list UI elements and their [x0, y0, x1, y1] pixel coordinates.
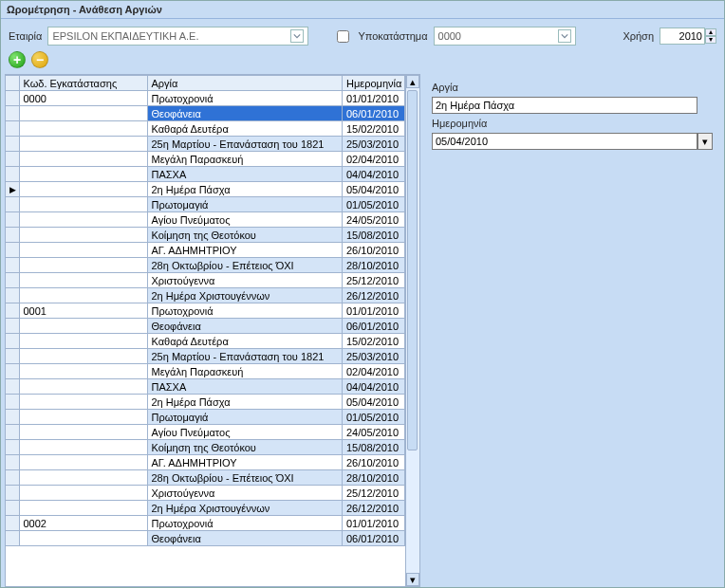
table-row[interactable]: 0002Πρωτοχρονιά01/01/2010	[6, 516, 405, 531]
add-button[interactable]: +	[9, 51, 26, 68]
row-marker	[6, 137, 19, 152]
cell-holiday: Καθαρά Δευτέρα	[147, 334, 343, 349]
table-row[interactable]: Πρωτομαγιά01/05/2010	[6, 197, 405, 212]
cell-code	[19, 228, 147, 243]
table-row[interactable]: Αγίου Πνεύματος24/05/2010	[6, 425, 405, 440]
cell-date: 15/02/2010	[343, 121, 405, 137]
cell-holiday: ΑΓ. ΑΔΗΜΗΤΡΙΟΥ	[147, 455, 343, 470]
cell-date: 01/01/2010	[343, 516, 405, 531]
table-row[interactable]: Πρωτομαγιά01/05/2010	[6, 410, 405, 425]
cell-code	[19, 197, 147, 212]
cell-code	[19, 379, 147, 395]
table-row[interactable]: 28η Οκτωβρίου - Επέτειος ΌΧΙ28/10/2010	[6, 470, 405, 486]
cell-code	[19, 152, 147, 167]
detail-date-picker[interactable]: ▾	[432, 133, 713, 150]
code-header[interactable]: Κωδ. Εγκατάστασης	[19, 76, 147, 91]
cell-holiday: Χριστούγεννα	[147, 273, 343, 288]
table-row[interactable]: Θεοφάνεια06/01/2010	[6, 531, 405, 546]
scroll-up-icon[interactable]: ▴	[406, 75, 419, 88]
table-row[interactable]: Καθαρά Δευτέρα15/02/2010	[6, 334, 405, 349]
scroll-thumb[interactable]	[407, 90, 418, 450]
table-row[interactable]: 2η Ημέρα Χριστουγέννων26/12/2010	[6, 288, 405, 303]
table-row[interactable]: 28η Οκτωβρίου - Επέτειος ΌΧΙ28/10/2010	[6, 258, 405, 273]
table-row[interactable]: Χριστούγεννα25/12/2010	[6, 486, 405, 501]
detail-holiday-input[interactable]	[432, 97, 697, 114]
remove-button[interactable]: −	[31, 51, 48, 68]
table-row[interactable]: ▶2η Ημέρα Πάσχα05/04/2010	[6, 182, 405, 197]
chevron-down-icon[interactable]: ▾	[705, 36, 716, 44]
filter-toolbar: Εταιρία EPSILON ΕΚΠΑΙΔΕΥΤΙΚΗ Α.Ε. Υποκατ…	[1, 19, 724, 49]
row-marker	[6, 288, 19, 303]
table-row[interactable]: Κοίμηση της Θεοτόκου15/08/2010	[6, 440, 405, 455]
cell-holiday: ΠΑΣΧΑ	[147, 379, 343, 395]
row-marker	[6, 440, 19, 455]
chevron-down-icon[interactable]	[290, 29, 304, 43]
table-row[interactable]: Θεοφάνεια06/01/2010	[6, 106, 405, 121]
table-row[interactable]: Αγίου Πνεύματος24/05/2010	[6, 212, 405, 228]
row-marker	[6, 121, 19, 137]
cell-date: 01/01/2010	[343, 91, 405, 106]
cell-holiday: 2η Ημέρα Πάσχα	[147, 182, 343, 197]
table-row[interactable]: ΑΓ. ΑΔΗΜΗΤΡΙΟΥ26/10/2010	[6, 455, 405, 470]
cell-date: 28/10/2010	[343, 258, 405, 273]
detail-date-input[interactable]	[432, 133, 697, 150]
table-row[interactable]: Θεοφάνεια06/01/2010	[6, 319, 405, 334]
company-combo[interactable]: EPSILON ΕΚΠΑΙΔΕΥΤΙΚΗ Α.Ε.	[47, 27, 308, 46]
row-marker	[6, 152, 19, 167]
cell-holiday: Πρωτομαγιά	[147, 197, 343, 212]
scroll-down-icon[interactable]: ▾	[406, 573, 419, 586]
year-spin-buttons[interactable]: ▴▾	[705, 28, 716, 44]
table-row[interactable]: Κοίμηση της Θεοτόκου15/08/2010	[6, 228, 405, 243]
table-row[interactable]: 0001Πρωτοχρονιά01/01/2010	[6, 303, 405, 319]
cell-code	[19, 395, 147, 410]
branch-checkbox[interactable]	[337, 30, 349, 43]
vertical-scrollbar[interactable]: ▴ ▾	[405, 75, 419, 586]
cell-date: 02/04/2010	[343, 364, 405, 379]
cell-code	[19, 455, 147, 470]
table-row[interactable]: Μεγάλη Παρασκευή02/04/2010	[6, 152, 405, 167]
row-marker	[6, 470, 19, 486]
cell-date: 01/05/2010	[343, 197, 405, 212]
branch-combo[interactable]: 0000	[434, 27, 576, 46]
year-input[interactable]	[660, 28, 705, 45]
year-spinner[interactable]: ▴▾	[660, 28, 716, 45]
table-row[interactable]: Μεγάλη Παρασκευή02/04/2010	[6, 364, 405, 379]
row-marker	[6, 167, 19, 182]
table-row[interactable]: 25η Μαρτίου - Επανάσταση του 182125/03/2…	[6, 349, 405, 364]
cell-holiday: 2η Ημέρα Χριστουγέννων	[147, 288, 343, 303]
main-area: Κωδ. Εγκατάστασης Αργία Ημερομηνία 0000Π…	[1, 74, 724, 587]
row-marker	[6, 319, 19, 334]
table-row[interactable]: Χριστούγεννα25/12/2010	[6, 273, 405, 288]
table-row[interactable]: 0000Πρωτοχρονιά01/01/2010	[6, 91, 405, 106]
table-row[interactable]: ΠΑΣΧΑ04/04/2010	[6, 167, 405, 182]
cell-holiday: Πρωτομαγιά	[147, 410, 343, 425]
cell-date: 24/05/2010	[343, 425, 405, 440]
table-row[interactable]: 25η Μαρτίου - Επανάσταση του 182125/03/2…	[6, 137, 405, 152]
holiday-header[interactable]: Αργία	[147, 76, 343, 91]
holidays-grid[interactable]: Κωδ. Εγκατάστασης Αργία Ημερομηνία 0000Π…	[5, 74, 420, 587]
detail-holiday-label: Αργία	[432, 82, 713, 93]
cell-code	[19, 486, 147, 501]
row-marker	[6, 425, 19, 440]
table-row[interactable]: Καθαρά Δευτέρα15/02/2010	[6, 121, 405, 137]
cell-date: 25/03/2010	[343, 349, 405, 364]
cell-code	[19, 425, 147, 440]
window-title: Ωρομέτρηση - Ανάθεση Αργιών	[1, 1, 724, 19]
table-row[interactable]: 2η Ημέρα Πάσχα05/04/2010	[6, 395, 405, 410]
year-label: Χρήση	[623, 30, 654, 42]
chevron-down-icon[interactable]	[558, 29, 571, 43]
date-header[interactable]: Ημερομηνία	[343, 76, 405, 91]
company-value: EPSILON ΕΚΠΑΙΔΕΥΤΙΚΗ Α.Ε.	[52, 30, 198, 42]
row-marker	[6, 91, 19, 106]
chevron-down-icon[interactable]: ▾	[697, 133, 713, 150]
table-row[interactable]: ΑΓ. ΑΔΗΜΗΤΡΙΟΥ26/10/2010	[6, 243, 405, 258]
cell-date: 26/10/2010	[343, 243, 405, 258]
table-row[interactable]: 2η Ημέρα Χριστουγέννων26/12/2010	[6, 501, 405, 516]
cell-holiday: 25η Μαρτίου - Επανάσταση του 1821	[147, 349, 343, 364]
table-row[interactable]: ΠΑΣΧΑ04/04/2010	[6, 379, 405, 395]
cell-date: 05/04/2010	[343, 182, 405, 197]
branch-label: Υποκατάστημα	[358, 30, 427, 42]
cell-holiday: Πρωτοχρονιά	[147, 516, 343, 531]
cell-holiday: Αγίου Πνεύματος	[147, 212, 343, 228]
row-marker	[6, 455, 19, 470]
